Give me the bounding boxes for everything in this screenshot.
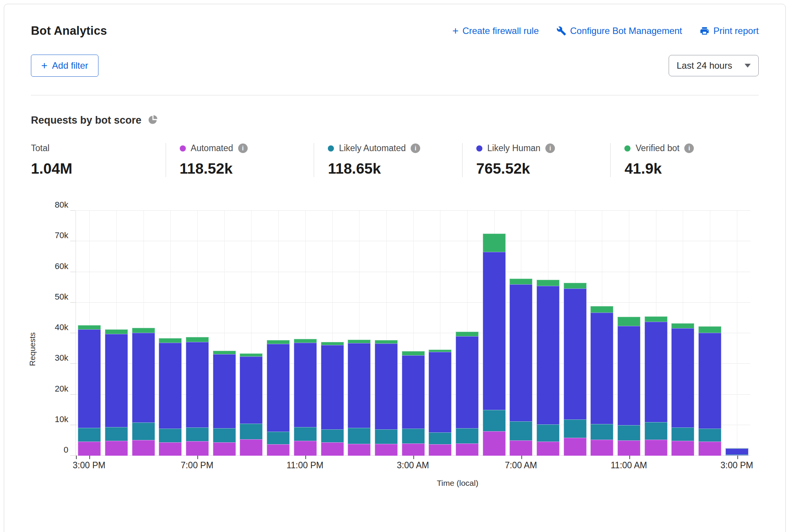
bar-segment-verified-bot[interactable] [537,280,559,286]
bar-segment-automated[interactable] [402,443,425,456]
bar-segment-verified-bot[interactable] [645,316,667,322]
bar-segment-likely-automated[interactable] [240,424,263,439]
bar-segment-likely-automated[interactable] [698,429,721,442]
bar-segment-likely-automated[interactable] [671,427,694,441]
bar-segment-automated[interactable] [483,431,506,456]
bar-1:00 AM[interactable] [348,340,371,456]
bar-segment-likely-automated[interactable] [537,424,559,442]
bar-segment-automated[interactable] [186,441,209,456]
bar-segment-automated[interactable] [698,442,721,456]
bar-segment-likely-automated[interactable] [105,427,128,440]
bar-segment-verified-bot[interactable] [294,339,317,343]
bar-segment-likely-human[interactable] [698,333,721,428]
create-firewall-rule-link[interactable]: + Create firewall rule [452,26,538,36]
bar-segment-verified-bot[interactable] [509,279,532,284]
bar-segment-likely-automated[interactable] [402,429,425,443]
bar-segment-likely-automated[interactable] [456,428,479,443]
bar-segment-likely-human[interactable] [186,342,209,428]
bar-1:00 PM[interactable] [671,323,694,456]
bar-segment-verified-bot[interactable] [456,332,479,336]
bar-segment-verified-bot[interactable] [671,323,694,329]
bar-segment-likely-human[interactable] [240,356,263,424]
bar-segment-automated[interactable] [321,442,344,456]
bar-segment-likely-human[interactable] [509,284,532,422]
bar-segment-automated[interactable] [213,442,236,456]
print-report-link[interactable]: Print report [700,26,759,36]
bar-3:00 AM[interactable] [402,351,425,456]
bar-segment-automated[interactable] [240,439,263,456]
bar-segment-verified-bot[interactable] [240,353,263,356]
bar-segment-likely-automated[interactable] [267,432,290,444]
bar-segment-likely-automated[interactable] [159,429,182,442]
bar-segment-automated[interactable] [671,441,694,456]
bar-segment-likely-human[interactable] [159,343,182,429]
time-range-select[interactable]: Last 24 hours [669,55,759,76]
bar-10:00 PM[interactable] [267,340,290,456]
bar-segment-likely-human[interactable] [671,328,694,427]
bar-segment-verified-bot[interactable] [186,337,209,342]
bar-segment-likely-human[interactable] [564,289,587,419]
bar-3:00 PM[interactable] [78,325,101,456]
bar-segment-likely-human[interactable] [294,343,317,427]
bar-segment-likely-human[interactable] [321,345,344,429]
bar-segment-likely-automated[interactable] [375,429,398,444]
bar-segment-automated[interactable] [159,442,182,456]
bar-segment-likely-human[interactable] [348,343,371,428]
bar-7:00 AM[interactable] [509,279,532,456]
bar-segment-automated[interactable] [294,441,317,456]
bar-segment-automated[interactable] [617,440,640,456]
bar-segment-verified-bot[interactable] [698,326,721,333]
bar-segment-likely-automated[interactable] [132,422,155,440]
bar-segment-likely-automated[interactable] [564,419,587,438]
bar-segment-automated[interactable] [132,440,155,456]
bar-segment-verified-bot[interactable] [483,234,506,252]
bar-segment-likely-automated[interactable] [348,428,371,444]
bar-segment-automated[interactable] [564,438,587,456]
bar-7:00 PM[interactable] [186,337,209,456]
bar-11:00 PM[interactable] [294,339,317,456]
bar-segment-verified-bot[interactable] [267,340,290,344]
bar-5:00 PM[interactable] [132,328,155,456]
bar-segment-verified-bot[interactable] [132,328,155,333]
bar-segment-likely-automated[interactable] [294,427,317,441]
bar-segment-verified-bot[interactable] [78,325,101,329]
bar-segment-automated[interactable] [645,440,667,456]
bar-segment-likely-human[interactable] [267,344,290,432]
bar-9:00 PM[interactable] [240,353,263,456]
bar-segment-verified-bot[interactable] [213,351,236,354]
bar-segment-likely-human[interactable] [645,322,667,422]
bar-segment-verified-bot[interactable] [590,306,613,313]
bar-segment-verified-bot[interactable] [617,317,640,326]
bar-3:00 PM[interactable] [726,448,748,456]
bar-segment-likely-human[interactable] [456,336,479,428]
bar-6:00 AM[interactable] [483,234,506,456]
bar-segment-automated[interactable] [105,441,128,456]
add-filter-button[interactable]: + Add filter [31,55,98,77]
bar-12:00 PM[interactable] [645,316,667,456]
bar-12:00 AM[interactable] [321,342,344,456]
bar-segment-likely-automated[interactable] [429,432,451,444]
info-icon[interactable]: i [238,143,248,153]
bar-segment-verified-bot[interactable] [348,340,371,343]
configure-bot-management-link[interactable]: Configure Bot Management [556,26,682,36]
info-icon[interactable]: i [684,143,694,153]
bar-4:00 AM[interactable] [429,350,451,456]
bar-segment-automated[interactable] [78,442,101,456]
bar-segment-automated[interactable] [537,442,559,456]
bar-segment-likely-human[interactable] [78,329,101,428]
bar-segment-likely-automated[interactable] [78,428,101,442]
bar-segment-likely-human[interactable] [590,313,613,424]
bar-6:00 PM[interactable] [159,338,182,456]
bar-9:00 AM[interactable] [564,283,587,456]
bar-segment-automated[interactable] [267,444,290,456]
bar-segment-automated[interactable] [348,444,371,456]
bar-segment-automated[interactable] [456,443,479,456]
bar-8:00 PM[interactable] [213,351,236,456]
bar-segment-likely-human[interactable] [726,448,748,455]
bar-5:00 AM[interactable] [456,332,479,456]
bar-segment-automated[interactable] [375,444,398,456]
bar-segment-likely-human[interactable] [402,355,425,429]
bar-segment-verified-bot[interactable] [564,283,587,289]
bar-segment-likely-human[interactable] [429,352,451,432]
bar-segment-verified-bot[interactable] [375,340,398,343]
